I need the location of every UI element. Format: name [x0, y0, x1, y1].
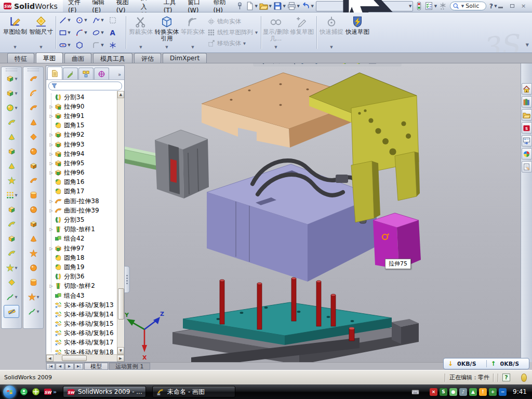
tree-item[interactable]: ▷拉伸94	[48, 149, 124, 158]
graphics-viewport[interactable]: X Y Z ▼▼▼▼▼▼ × 拉伸75	[125, 63, 521, 362]
zoom-fit-button[interactable]	[256, 63, 266, 66]
circle-dropdown-arrow[interactable]: ▼	[84, 18, 88, 22]
fillet-button[interactable]: ▼	[4, 101, 19, 114]
move-entities-button[interactable]: 移动实体▼	[206, 38, 259, 49]
tree-item[interactable]: ▷曲面-拉伸39	[48, 206, 124, 215]
expand-arrow-icon[interactable]: ▷	[48, 114, 54, 118]
slot-dropdown-arrow[interactable]: ▼	[67, 43, 71, 47]
file-explorer-button[interactable]	[522, 109, 532, 121]
view-orientation-button[interactable]: ▼	[297, 63, 311, 66]
linear-pattern-button[interactable]: ▼	[4, 189, 19, 202]
apply-scene-button[interactable]: ▼	[353, 63, 367, 66]
tree-item[interactable]: ▷拉伸95	[48, 158, 124, 168]
combine-button[interactable]	[4, 203, 19, 216]
vertical-scroll-thumb[interactable]	[118, 288, 124, 320]
tree-item[interactable]: 组合42	[48, 234, 124, 244]
custom-properties-button[interactable]	[522, 161, 532, 172]
revolved-surface-button[interactable]	[25, 87, 41, 100]
select-dropdown-arrow[interactable]: ▼	[409, 4, 411, 8]
tree-item[interactable]: 实体-移动/复制17	[48, 338, 124, 348]
prev-tab-button[interactable]: ◀	[56, 363, 64, 370]
rebuild-button[interactable]	[414, 1, 424, 11]
fillet-dropdown-arrow[interactable]: ▼	[15, 106, 18, 110]
expand-arrow-icon[interactable]: ▷	[48, 227, 54, 232]
tab-DimXpert[interactable]: DimXpert	[163, 53, 207, 63]
security-icon[interactable]	[32, 388, 40, 396]
tree-vertical-scrollbar[interactable]: ▲ ▼	[117, 91, 124, 354]
expand-arrow-icon[interactable]: ▷	[48, 170, 54, 175]
first-tab-button[interactable]: |◀	[46, 363, 55, 370]
offset-entities-button[interactable]: 等距实体▼	[180, 14, 206, 51]
circle-tool-button[interactable]: ▼	[74, 14, 91, 26]
tree-item[interactable]: 实体-移动/复制18	[48, 348, 124, 354]
tree-filter-input[interactable]	[48, 82, 122, 90]
split-button[interactable]	[4, 218, 19, 231]
next-tab-button[interactable]: ▶	[65, 363, 74, 370]
display-style-button[interactable]: ▼	[311, 63, 325, 66]
part-locator-pin[interactable]	[349, 327, 354, 341]
undo-dropdown-arrow[interactable]: ▼	[310, 4, 314, 8]
reference-axis-button[interactable]	[4, 276, 19, 289]
tab-motion-study[interactable]: 运动算例 1	[109, 363, 150, 370]
dimxpertmanager-tab[interactable]	[94, 68, 109, 79]
messenger-icon[interactable]	[20, 388, 28, 396]
tree-item[interactable]: 圆角15	[48, 121, 124, 130]
extruded-boss-dropdown-arrow[interactable]: ▼	[15, 77, 18, 81]
tree-item[interactable]: ▷拉伸93	[48, 140, 124, 149]
taskbar-item-paint[interactable]: 未命名 - 画图	[152, 386, 235, 397]
rapid-sketch-button[interactable]: 快速草图	[344, 14, 370, 51]
firewall-shield-icon[interactable]: S	[440, 388, 447, 396]
options-dropdown-arrow[interactable]: ▼	[433, 4, 437, 8]
surface-spline-dropdown-arrow[interactable]: ▼	[37, 310, 39, 314]
part-side-rail-block[interactable]	[392, 319, 419, 344]
tree-item[interactable]: 圆角18	[48, 253, 124, 262]
restore-button[interactable]	[509, 3, 515, 9]
search-input[interactable]: Solic	[466, 3, 479, 9]
tab-model[interactable]: 模型	[84, 363, 108, 370]
tree-item[interactable]: 实体-移动/复制16	[48, 329, 124, 338]
quick-launch-chevron[interactable]: »	[53, 389, 57, 395]
thicken-button[interactable]	[25, 189, 41, 202]
replace-face-button[interactable]	[25, 218, 41, 231]
view-palette-button[interactable]	[522, 135, 532, 147]
scroll-down-arrow[interactable]: ▼	[117, 347, 124, 354]
ellipse-dropdown-arrow[interactable]: ▼	[100, 31, 104, 35]
expand-arrow-icon[interactable]: ▷	[48, 104, 54, 109]
extruded-cut-button[interactable]: ▼	[4, 87, 19, 100]
tree-item[interactable]: ▷拉伸92	[48, 130, 124, 140]
solidworks-resources-button[interactable]	[522, 83, 532, 95]
tree-item[interactable]: 分割35	[48, 215, 124, 224]
extruded-surface-button[interactable]	[25, 72, 41, 85]
close-button[interactable]: ×	[520, 3, 527, 9]
tree-item[interactable]: 圆角19	[48, 262, 124, 272]
tree-item[interactable]: 分割36	[48, 272, 124, 282]
display-delete-relations-button[interactable]: 显示/删除几...▼	[263, 14, 289, 51]
surface-point-button[interactable]: ▼	[25, 290, 41, 303]
curve-button[interactable]: ▼	[4, 290, 19, 303]
new-document-dropdown-arrow[interactable]: ▼	[254, 4, 258, 8]
start-button[interactable]	[3, 385, 16, 398]
tree-tabs-chevron[interactable]: »	[118, 72, 123, 79]
pattern-tool-button[interactable]	[108, 14, 124, 26]
line-dropdown-arrow[interactable]: ▼	[67, 18, 71, 22]
smart-dimension-button[interactable]: 智能尺寸▼	[28, 14, 54, 51]
fillet-surface-button[interactable]	[25, 276, 41, 289]
corner-tool-button[interactable]: ▼	[91, 39, 108, 51]
minimize-button[interactable]	[497, 3, 504, 9]
arc-tool-button[interactable]: ▼	[74, 26, 91, 39]
expand-arrow-icon[interactable]: ▷	[48, 152, 54, 156]
extend-surface-button[interactable]	[25, 232, 41, 245]
swept-boss-button[interactable]	[4, 116, 19, 129]
hide-show-items-button[interactable]: ▼	[325, 63, 339, 66]
lofted-surface-button[interactable]	[25, 116, 41, 129]
ribbon-overflow-arrow[interactable]: ▼	[526, 43, 529, 47]
spline-dropdown-arrow[interactable]: ▼	[100, 18, 104, 22]
help-button[interactable]: ?	[488, 3, 494, 10]
corner-dropdown-arrow[interactable]: ▼	[100, 43, 104, 47]
rectangle-tool-button[interactable]: ▼	[58, 26, 74, 39]
point-tool-button[interactable]	[108, 39, 124, 51]
zoom-area-button[interactable]	[266, 63, 276, 66]
line-tool-button[interactable]: ▼	[58, 14, 74, 26]
options-button[interactable]: ▼	[424, 1, 438, 11]
antivirus-shield-icon[interactable]: ×	[430, 388, 437, 396]
